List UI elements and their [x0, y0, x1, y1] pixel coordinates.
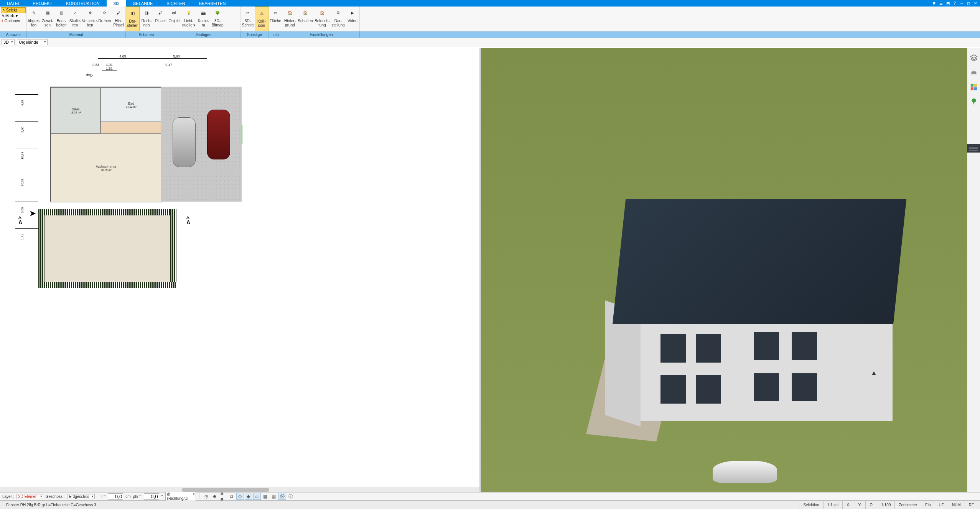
bearbeiten-icon: ▥: [57, 8, 66, 17]
status-y: Y:: [854, 501, 865, 509]
room-bad[interactable]: Bad 14,12 m²: [100, 87, 162, 122]
furniture-icon[interactable]: [970, 68, 978, 77]
status-num: NUM: [948, 501, 965, 509]
geschoss-label: Geschoss :: [46, 494, 65, 499]
ribbon-skalieren-button[interactable]: ⤢Skalie- ren: [68, 7, 82, 31]
room-diele[interactable]: Diele 18,14 m²: [51, 87, 100, 133]
person-icon[interactable]: ☻: [211, 493, 219, 500]
ribbon-pinsel-button[interactable]: 🖌Pinsel: [153, 7, 167, 31]
grid-icon[interactable]: ▦: [270, 493, 278, 500]
menu-projekt[interactable]: PROJEKT: [26, 0, 59, 7]
titlebar-btn-5[interactable]: ◻: [965, 1, 972, 6]
separator: [98, 493, 98, 499]
titlebar-btn-2[interactable]: ⬒: [945, 1, 951, 6]
window-3d: [696, 375, 721, 403]
ribbon-beleuchtung-button[interactable]: 🏠Beleuch- tung: [314, 7, 331, 31]
ribbon-kollision-button[interactable]: ⚠Kolli- sion: [255, 7, 268, 31]
view-splitter[interactable]: [478, 48, 483, 492]
panel-drag-handle[interactable]: [967, 144, 980, 153]
ribbon-label: Hin. Pinsel: [113, 19, 124, 27]
length-input[interactable]: [108, 493, 123, 500]
select-label: Selekt: [6, 8, 17, 12]
svg-rect-2: [970, 87, 973, 90]
titlebar-btn-0[interactable]: ✖: [931, 1, 937, 6]
3d-view[interactable]: ▲: [480, 48, 980, 492]
ribbon-hinpinsel-button[interactable]: 🖌Hin. Pinsel: [112, 7, 125, 31]
ribbon-drehen-button[interactable]: ⟳Drehen: [98, 7, 112, 31]
window-3d: [696, 334, 721, 362]
ribbon-objekt-button[interactable]: 🛋Objekt: [167, 7, 181, 31]
ribbon-darstellen-button[interactable]: ◧Dar- stellen: [126, 7, 140, 31]
clock-icon[interactable]: ◷: [203, 493, 210, 500]
car-silver[interactable]: [173, 117, 196, 167]
group-icon[interactable]: ☻☻: [219, 493, 227, 500]
titlebar-btn-6[interactable]: ✕: [972, 1, 978, 6]
menu-3d[interactable]: 3D: [107, 0, 126, 7]
options-button[interactable]: + Optionen: [1, 19, 26, 23]
layer-label: Layer :: [2, 494, 14, 499]
status-bar: Fenster RH 2flg.BrR gr L=Einbauteile G=G…: [0, 501, 980, 509]
north-icon[interactable]: Ⓝ: [278, 493, 286, 500]
plus-icon: +: [2, 19, 4, 23]
ribbon-verschieben-button[interactable]: ✥Verschie- ben: [82, 7, 98, 31]
ribbon-abgreifen-button[interactable]: ✎Abgrei- fen: [27, 7, 41, 31]
house-3d: ▲: [590, 199, 950, 483]
camera-marker-icon[interactable]: 👁▷: [86, 73, 93, 78]
ribbon-3dbitmap-button[interactable]: 🌳3D- Bitmap: [210, 7, 224, 31]
ribbon-rechnen-button[interactable]: ◨Rech- nen: [140, 7, 153, 31]
ribbon-darstellung-button[interactable]: 🖥Dar- stellung: [331, 7, 346, 31]
snap-grid-icon[interactable]: ▦: [262, 493, 269, 500]
svg-rect-0: [970, 84, 973, 87]
dl-combo[interactable]: dl (Richtung/Di: [165, 492, 196, 501]
ribbon-kamera-button[interactable]: 📷Kame- ra: [196, 7, 210, 31]
room-wohnzimmer[interactable]: Wohnzimmer 48,85 m²: [51, 133, 162, 202]
mark-label: Mark.: [5, 14, 15, 18]
ribbon-label: Video: [348, 19, 357, 23]
layers-icon[interactable]: [970, 54, 978, 62]
ribbon-label: Hinter- grund: [284, 19, 296, 27]
ribbon-3dschnitt-button[interactable]: ✂3D- Schnitt: [241, 7, 255, 31]
titlebar-btn-4[interactable]: –: [959, 1, 965, 6]
ribbon-hintergrund-button[interactable]: 🏠Hinter- grund: [283, 7, 297, 31]
geschoss-combo[interactable]: Erdgeschos: [67, 494, 95, 499]
ribbon-label: Zuwei- sen: [42, 19, 53, 27]
snap-mid-icon[interactable]: ◆: [245, 493, 252, 500]
ribbon-flaeche-button[interactable]: ▭Fläche: [268, 7, 282, 31]
wall-3d: ▲: [641, 313, 893, 421]
titlebar-btn-3[interactable]: ?: [952, 1, 958, 6]
snap-endpoint-icon[interactable]: ◇: [236, 493, 244, 500]
phi-input[interactable]: [144, 493, 159, 500]
group-label-auswahl: Auswahl: [0, 31, 27, 38]
view-mode-combo[interactable]: 3D: [2, 39, 15, 45]
snap-face-icon[interactable]: ▱: [253, 493, 261, 500]
horizontal-scrollbar[interactable]: [0, 487, 480, 492]
main-menu-bar: DATEIPROJEKTKONSTRUKTION3DGELÄNDESICHTEN…: [0, 0, 980, 7]
titlebar-btn-1[interactable]: ☰: [938, 1, 944, 6]
copy-icon[interactable]: ⧉: [228, 493, 236, 500]
dimension-tick: [15, 228, 38, 229]
dimension-value: 10,33: [21, 179, 24, 186]
layer-combo[interactable]: 2D-Elemen: [16, 494, 43, 499]
ribbon-bearbeiten-button[interactable]: ▥Bear- beiten: [54, 7, 68, 31]
ribbon-schattenset-button[interactable]: 🏠Schatten: [297, 7, 314, 31]
ribbon-lichtquelle-button[interactable]: 💡Licht- quelle ▾: [181, 7, 196, 31]
phi-label: phi =: [133, 494, 142, 499]
palette-icon[interactable]: [970, 83, 978, 91]
tree-icon[interactable]: [970, 97, 978, 106]
car-red[interactable]: [207, 110, 230, 159]
ribbon-label: 3D- Bitmap: [211, 19, 223, 27]
menu-sichten[interactable]: SICHTEN: [160, 0, 192, 7]
floorplan-view[interactable]: 4,655,609,171,011,510,83 4,932,6010,9310…: [0, 48, 480, 492]
info-icon[interactable]: ⓘ: [287, 493, 295, 500]
ribbon-video-button[interactable]: ▶Video: [346, 7, 359, 31]
kollision-icon: ⚠: [257, 8, 266, 18]
menu-konstruktion[interactable]: KONSTRUKTION: [59, 0, 106, 7]
dimension-line: [91, 67, 101, 67]
ribbon-zuweisen-button[interactable]: ▦Zuwei- sen: [41, 7, 54, 31]
terrain-combo[interactable]: Urgelände: [17, 39, 48, 45]
mark-button[interactable]: ✎ Mark. ▾: [1, 14, 26, 18]
menu-gelände[interactable]: GELÄNDE: [126, 0, 160, 7]
menu-datei[interactable]: DATEI: [0, 0, 26, 7]
menu-bearbeiten[interactable]: BEARBEITEN: [192, 0, 233, 7]
select-button[interactable]: ↖ Selekt: [1, 7, 26, 13]
